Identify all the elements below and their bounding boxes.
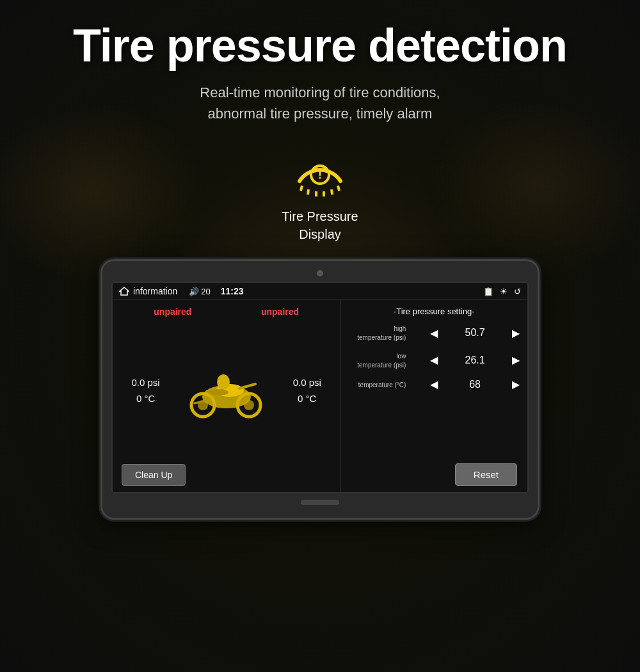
svg-point-18: [208, 389, 228, 396]
setting-row-high-temp: hightemperature (psi) ◀ 50.7 ▶: [348, 324, 520, 342]
device-home-button[interactable]: [301, 500, 339, 505]
statusbar-right-icons: 📋 ☀ ↺: [483, 287, 521, 296]
tpms-icon-container: ! Tire Pressure Display: [282, 146, 358, 243]
tire-display-area: 0.0 psi 0 °C: [119, 322, 333, 459]
high-temp-increase-button[interactable]: ▶: [512, 327, 520, 339]
right-tire-temp: 0 °C: [298, 393, 316, 404]
svg-marker-8: [120, 287, 129, 295]
temp-increase-button[interactable]: ▶: [512, 378, 520, 390]
svg-text:!: !: [317, 166, 322, 182]
device-bottom: [111, 500, 529, 505]
screen-left-panel: unpaired unpaired 0.0 psi 0 °C: [113, 300, 340, 492]
subtitle-line1: Real-time monitoring of tire conditions,: [200, 84, 440, 100]
screen-main-content: unpaired unpaired 0.0 psi 0 °C: [113, 300, 527, 492]
screen-right-panel: -Tire pressure setting- hightemperature …: [340, 300, 527, 492]
svg-line-4: [332, 189, 332, 195]
tpms-label-line1: Tire Pressure: [282, 209, 358, 223]
high-temp-decrease-button[interactable]: ◀: [430, 327, 438, 339]
settings-title: -Tire pressure setting-: [348, 307, 520, 316]
svg-line-16: [239, 384, 255, 388]
low-temp-value: 26.1: [462, 355, 488, 366]
low-temp-increase-button[interactable]: ▶: [512, 354, 520, 366]
motorcycle-image: [185, 355, 268, 426]
statusbar-home-label: information: [133, 286, 177, 296]
page-title: Tire pressure detection: [73, 19, 567, 72]
tpms-warning-icon: !: [288, 146, 352, 204]
svg-line-1: [308, 189, 308, 195]
statusbar-time: 11:23: [221, 286, 244, 296]
svg-line-0: [301, 186, 302, 191]
cleanup-button[interactable]: Clean Up: [122, 464, 186, 486]
volume-value: 20: [201, 287, 210, 296]
unpaired-row: unpaired unpaired: [119, 307, 333, 317]
setting-label-low-temp: lowtemperature (psi): [348, 351, 406, 370]
svg-point-11: [244, 400, 254, 410]
setting-row-low-temp: lowtemperature (psi) ◀ 26.1 ▶: [348, 351, 520, 370]
setting-row-temp: temperature (°C) ◀ 68 ▶: [348, 378, 520, 390]
cleanup-button-area: Clean Up: [119, 464, 333, 486]
tpms-label-line2: Display: [299, 227, 341, 241]
screen-statusbar: information 🔊 20 11:23 📋 ☀ ↺: [113, 283, 527, 300]
tire-right-info: 0.0 psi 0 °C: [293, 377, 321, 404]
setting-label-high-temp: hightemperature (psi): [348, 324, 406, 342]
svg-point-15: [217, 374, 230, 390]
device-top-bar: [111, 270, 529, 276]
device-screen: information 🔊 20 11:23 📋 ☀ ↺ un: [111, 282, 529, 493]
tpms-label: Tire Pressure Display: [282, 207, 358, 243]
reset-button[interactable]: Reset: [455, 463, 517, 486]
tire-left-info: 0.0 psi 0 °C: [131, 377, 159, 404]
page-content: Tire pressure detection Real-time monito…: [0, 0, 640, 518]
setting-label-temp: temperature (°C): [348, 380, 406, 389]
home-icon: [119, 287, 129, 296]
reset-button-area: Reset: [348, 463, 520, 486]
temp-decrease-button[interactable]: ◀: [430, 378, 438, 390]
device-frame: information 🔊 20 11:23 📋 ☀ ↺ un: [102, 261, 538, 518]
motorcycle-svg: [185, 355, 268, 426]
low-temp-decrease-button[interactable]: ◀: [430, 354, 438, 366]
statusbar-icon-brightness: ☀: [500, 287, 508, 296]
statusbar-home: information: [119, 286, 177, 296]
subtitle-line2: abnormal tire pressure, timely alarm: [208, 106, 433, 122]
svg-line-5: [338, 186, 339, 191]
right-tire-psi: 0.0 psi: [293, 377, 321, 388]
left-tire-psi: 0.0 psi: [131, 377, 159, 388]
temp-value: 68: [462, 379, 488, 390]
page-subtitle: Real-time monitoring of tire conditions,…: [200, 82, 440, 124]
statusbar-volume: 🔊 20: [189, 287, 210, 296]
high-temp-value: 50.7: [462, 327, 488, 339]
volume-icon: 🔊: [189, 287, 199, 296]
statusbar-icon-file: 📋: [483, 287, 493, 296]
unpaired-right: unpaired: [261, 307, 299, 317]
left-tire-temp: 0 °C: [136, 393, 155, 404]
device-camera: [317, 270, 323, 276]
statusbar-icon-refresh: ↺: [514, 287, 521, 296]
unpaired-left: unpaired: [154, 307, 191, 317]
